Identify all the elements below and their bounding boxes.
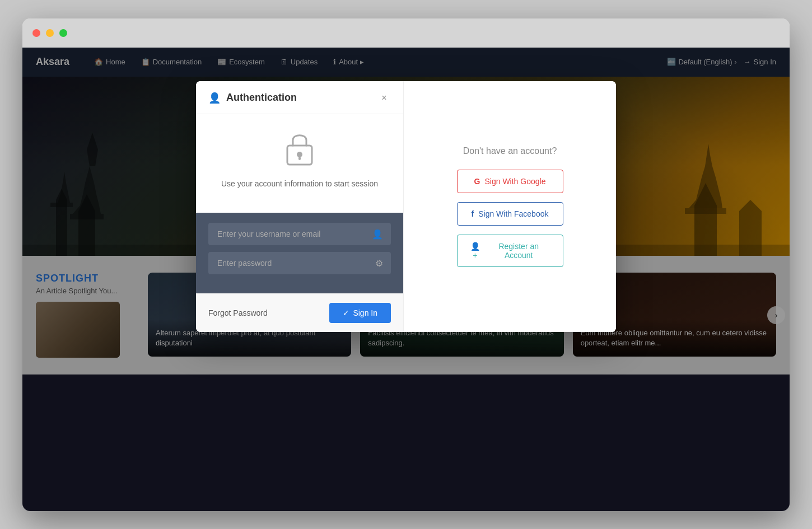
lock-icon-wrapper [208,128,391,170]
password-input-icon: ⚙ [375,258,383,268]
traffic-light-minimize[interactable] [46,29,54,37]
forgot-password-link[interactable]: Forgot Password [208,308,268,317]
register-account-button[interactable]: 👤+ Register an Account [457,235,563,267]
modal-left-panel: 👤 Authentication × [196,81,403,332]
modal-right-panel: Don't have an account? G Sign With Googl… [403,81,616,332]
modal-body: Use your account information to start se… [196,114,403,213]
modal-close-button[interactable]: × [377,91,391,105]
form-footer: Forgot Password ✓ Sign In [196,293,403,332]
sign-with-google-button[interactable]: G Sign With Google [457,170,563,193]
traffic-light-close[interactable] [32,29,40,37]
website-background: Aksara 🏠 Home 📋 Documentation 📰 Ecosyste… [22,48,790,511]
username-input[interactable] [208,223,391,245]
password-input-group: ⚙ [208,252,391,274]
svg-point-17 [297,152,302,157]
modal-container: 👤 Authentication × [196,81,616,332]
checkmark-icon: ✓ [343,308,349,317]
browser-titlebar [22,18,790,48]
user-input-icon: 👤 [372,228,383,239]
google-icon: G [474,177,480,186]
modal-overlay: 👤 Authentication × [22,48,790,511]
modal-header: 👤 Authentication × [196,81,403,114]
svg-rect-18 [298,157,301,160]
username-input-group: 👤 [208,223,391,245]
register-icon: 👤+ [469,242,482,260]
browser-content: Aksara 🏠 Home 📋 Documentation 📰 Ecosyste… [22,48,790,511]
modal-description: Use your account information to start se… [208,179,391,188]
signin-button[interactable]: ✓ Sign In [329,303,391,323]
sign-with-facebook-button[interactable]: f Sign With Facebook [457,202,563,226]
browser-window: Aksara 🏠 Home 📋 Documentation 📰 Ecosyste… [22,18,790,511]
facebook-icon: f [472,209,474,218]
no-account-text: Don't have an account? [463,146,557,156]
form-section: 👤 ⚙ [196,213,403,293]
password-input[interactable] [208,252,391,274]
auth-icon: 👤 [208,92,221,104]
traffic-light-maximize[interactable] [59,29,67,37]
lock-icon [282,128,318,168]
modal-title: 👤 Authentication [208,92,297,104]
